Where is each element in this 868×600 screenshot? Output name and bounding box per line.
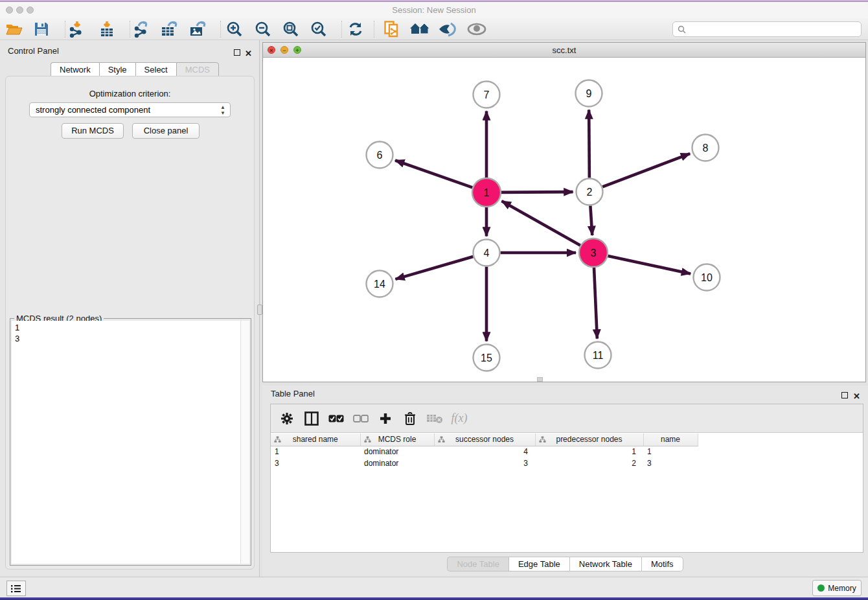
tab-motifs[interactable]: Motifs	[641, 557, 683, 571]
table-cell[interactable]: dominator	[360, 457, 434, 469]
tab-network-table[interactable]: Network Table	[569, 557, 641, 571]
show-all-icon[interactable]	[465, 19, 488, 39]
node-table-header[interactable]: shared nameMCDS rolesuccessor nodesprede…	[271, 433, 698, 446]
refresh-icon[interactable]	[344, 19, 367, 39]
graph-node-14[interactable]: 14	[367, 271, 393, 297]
svg-text:11: 11	[593, 350, 604, 361]
export-image-icon[interactable]	[187, 19, 210, 39]
close-panel-icon[interactable]: ✕	[245, 47, 252, 59]
svg-text:6: 6	[377, 150, 383, 161]
apply-layout-icon[interactable]	[408, 19, 431, 39]
graph-node-1[interactable]: 1	[472, 178, 501, 207]
close-panel-button[interactable]: Close panel	[132, 123, 200, 139]
memory-button[interactable]: Memory	[812, 580, 862, 596]
table-cell[interactable]: 1	[271, 446, 360, 457]
close-table-panel-icon[interactable]: ✕	[853, 390, 860, 402]
search-field[interactable]	[672, 21, 862, 37]
add-row-icon[interactable]	[374, 408, 396, 430]
edge-1-2[interactable]	[501, 192, 573, 192]
canvas-scroll-grip[interactable]	[537, 377, 543, 382]
column-header-predecessor-nodes[interactable]: predecessor nodes	[535, 433, 643, 446]
network-window-title: scc.txt	[263, 45, 865, 55]
graph-node-4[interactable]: 4	[474, 240, 500, 266]
tab-network[interactable]: Network	[51, 62, 99, 76]
zoom-out-icon[interactable]	[251, 19, 275, 39]
table-settings-icon[interactable]	[276, 408, 298, 430]
table-cell[interactable]: 3	[271, 457, 360, 469]
zoom-in-icon[interactable]	[223, 19, 246, 39]
graph-node-10[interactable]: 10	[694, 264, 720, 291]
node-table[interactable]: shared nameMCDS rolesuccessor nodesprede…	[271, 433, 698, 469]
toggle-columns-icon[interactable]	[301, 408, 323, 430]
column-header-name[interactable]: name	[643, 433, 698, 446]
export-table-icon[interactable]	[158, 19, 181, 39]
network-window-titlebar[interactable]: × − + scc.txt	[263, 43, 865, 58]
float-panel-icon[interactable]	[234, 47, 240, 58]
clone-network-icon[interactable]	[380, 19, 404, 39]
save-session-icon[interactable]	[30, 19, 53, 39]
table-cell[interactable]: 4	[434, 446, 535, 457]
float-table-panel-icon[interactable]	[841, 389, 848, 401]
optimization-criterion-value: strongly connected component	[36, 105, 150, 115]
search-input[interactable]	[689, 25, 861, 34]
open-session-icon[interactable]	[3, 19, 26, 39]
edge-3-1[interactable]	[502, 201, 580, 245]
svg-text:8: 8	[703, 143, 709, 154]
table-cell[interactable]: 1	[535, 446, 643, 457]
search-icon	[678, 25, 686, 34]
column-sort-icon	[438, 436, 445, 443]
graph-node-9[interactable]: 9	[576, 80, 602, 107]
tab-select[interactable]: Select	[135, 62, 176, 76]
mcds-result-group: MCDS result (2 nodes) 1 3	[10, 318, 251, 566]
node-table-body[interactable]: 1dominator4113dominator323	[271, 446, 698, 469]
table-cell[interactable]: 3	[643, 457, 698, 469]
graph-node-11[interactable]: 11	[585, 342, 611, 369]
task-history-button[interactable]	[6, 581, 26, 596]
import-network-icon[interactable]	[65, 19, 89, 39]
export-network-icon[interactable]	[130, 19, 154, 39]
tab-edge-table[interactable]: Edge Table	[508, 557, 569, 571]
optimization-criterion-select[interactable]: strongly connected component ▲▼	[29, 102, 231, 117]
graph-node-7[interactable]: 7	[474, 82, 500, 108]
edge-4-14[interactable]	[395, 257, 473, 279]
edge-2-3[interactable]	[590, 205, 592, 235]
deselect-all-icon[interactable]	[350, 408, 372, 430]
graph-node-3[interactable]: 3	[579, 238, 608, 267]
network-graph[interactable]: 7968124314101511	[263, 58, 865, 382]
column-header-shared-name[interactable]: shared name	[271, 433, 360, 446]
table-cell[interactable]: 3	[434, 457, 535, 469]
svg-text:3: 3	[591, 248, 597, 259]
select-all-icon[interactable]	[325, 408, 347, 430]
zoom-fit-icon[interactable]	[279, 19, 303, 39]
tab-mcds[interactable]: MCDS	[176, 62, 219, 76]
column-header-successor-nodes[interactable]: successor nodes	[434, 433, 535, 446]
table-cell[interactable]: 1	[643, 446, 698, 457]
graph-node-2[interactable]: 2	[577, 179, 603, 205]
graph-node-6[interactable]: 6	[367, 142, 393, 168]
table-row[interactable]: 1dominator411	[271, 446, 698, 457]
edge-3-11[interactable]	[594, 268, 597, 339]
mcds-result-text: 1 3	[12, 321, 240, 564]
splitter-grip[interactable]	[257, 305, 262, 315]
zoom-selected-icon[interactable]	[307, 19, 330, 39]
main-toolbar	[0, 18, 868, 40]
table-cell[interactable]: 2	[535, 457, 643, 469]
column-header-MCDS-role[interactable]: MCDS role	[360, 433, 434, 446]
result-scrollbar[interactable]	[240, 321, 249, 564]
delete-row-icon[interactable]	[399, 408, 421, 430]
hide-selected-icon[interactable]	[436, 19, 459, 39]
edge-2-9[interactable]	[589, 110, 589, 178]
table-cell[interactable]: dominator	[360, 446, 434, 457]
run-mcds-button[interactable]: Run MCDS	[62, 123, 124, 139]
edge-3-10[interactable]	[608, 256, 691, 274]
tab-node-table[interactable]: Node Table	[447, 557, 508, 571]
mcds-panel: Optimization criterion: strongly connect…	[5, 76, 255, 570]
edge-2-8[interactable]	[602, 154, 690, 187]
edge-1-6[interactable]	[395, 160, 472, 187]
tab-style[interactable]: Style	[99, 62, 135, 76]
graph-node-8[interactable]: 8	[692, 135, 719, 161]
graph-node-15[interactable]: 15	[474, 345, 500, 371]
table-row[interactable]: 3dominator323	[271, 457, 698, 469]
network-canvas[interactable]: 7968124314101511	[263, 58, 865, 382]
import-table-icon[interactable]	[95, 19, 119, 39]
